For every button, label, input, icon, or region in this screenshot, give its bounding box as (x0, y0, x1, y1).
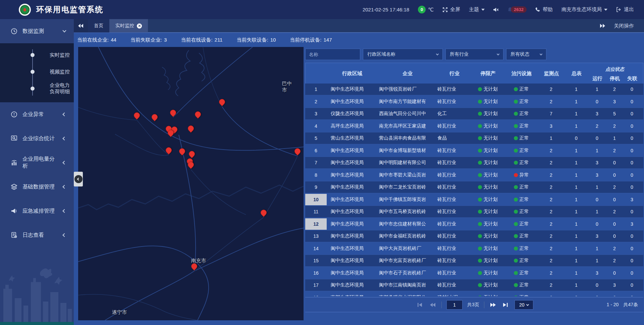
table-row[interactable]: 4 高坪生态环境局 南充市高坪区王家店建 砖瓦行业 无计划 正常 3 1 2 2… (305, 120, 643, 132)
user-dropdown[interactable]: 南充市生态环境局 (561, 6, 607, 13)
notifications-button[interactable]: 2632 (507, 6, 527, 13)
cell-meter-count: 1 (564, 206, 588, 217)
cell-region: 阆中生态环境局 (327, 194, 377, 205)
table-row[interactable]: 6 阆中生态环境局 阆中市金博瑞新型墙材 砖瓦行业 无计划 正常 2 1 1 2… (305, 145, 643, 156)
column-header-index (306, 63, 327, 84)
cell-lost-count: 0 (623, 96, 641, 107)
region-select[interactable]: 行政区域名称 (363, 49, 443, 60)
cell-monitor-count: 6 (538, 292, 564, 296)
submenu-dot (31, 53, 35, 57)
sidebar-item-basic-data[interactable]: 基础数据管理 (0, 175, 74, 199)
table-row[interactable]: 16 阆中生态环境局 阆中市石子页岩机砖厂 砖瓦行业 无计划 正常 2 1 3 … (305, 267, 643, 279)
cell-industry: 化工 (437, 108, 471, 119)
cell-meter-count: 1 (564, 96, 588, 107)
next-page-button[interactable] (489, 301, 497, 309)
cell-limit-status: 无计划 (471, 145, 504, 156)
tab-close-icon[interactable] (137, 23, 142, 29)
sidebar-item-emergency-reduction[interactable]: 应急减排管理 (0, 199, 74, 223)
status-dot (478, 136, 482, 140)
cell-industry: 砖瓦行业 (437, 194, 471, 205)
theme-dropdown[interactable]: 主题 (469, 6, 485, 13)
map-canvas[interactable]: 巴中市 南充市 遂宁市 (78, 47, 304, 320)
table-row[interactable]: 5 营山生态环境局 营山县润丰肉食品有限 食品 无计划 正常 1 0 0 1 0 (305, 132, 643, 144)
cell-company: 阆中千佛镇五郎垭页岩 (377, 194, 437, 205)
alert-circle-icon (11, 111, 17, 118)
sidebar-item-enterprise-statistics[interactable]: 企业综合统计 (0, 126, 74, 151)
table-row[interactable]: 2 阆中生态环境局 阆中市南方节能建材有 砖瓦行业 无计划 正常 2 1 0 3… (305, 96, 643, 107)
name-search-input[interactable] (305, 49, 360, 60)
temperature-unit: ℃ (428, 7, 434, 13)
cell-stopped-count: 6 (606, 292, 623, 296)
status-dot (478, 271, 482, 275)
cell-stopped-count: 3 (606, 96, 623, 107)
cell-lost-count: 0 (623, 267, 641, 279)
mute-button[interactable] (493, 7, 499, 12)
last-page-button[interactable] (502, 301, 510, 309)
sidebar-item-realtime-monitoring[interactable]: 实时监控 (0, 47, 74, 63)
cell-running-count: 0 (588, 194, 606, 205)
close-operations-dropdown[interactable]: 关闭操作 (600, 19, 644, 33)
table-row[interactable]: 11 阆中生态环境局 阆中市五马桥页岩机砖 砖瓦行业 无计划 正常 2 1 1 … (305, 206, 643, 217)
sidebar: 数据监测 实时监控 视频监控 企业电力负荷明细 企业异常 (0, 19, 74, 325)
panel-collapse-handle[interactable] (74, 172, 83, 186)
cell-company: 营山县润丰肉食品有限 (377, 132, 437, 144)
fullscreen-button[interactable]: 全屏 (442, 6, 460, 13)
sidebar-item-log-view[interactable]: 日志查看 (0, 223, 74, 247)
cell-company: 阆中市金博瑞新型墙材 (377, 145, 437, 156)
table-row[interactable]: 18 南部生态环境局 南部县砚华水泥有限公 建材(水泥 无计划 正常 6 0 0… (305, 292, 643, 296)
table-row[interactable]: 8 阆中生态环境局 阆中市枣碧大梁山页岩 砖瓦行业 无计划 异常 2 1 3 0… (305, 169, 643, 181)
cell-facility-status: 正常 (504, 157, 538, 168)
previous-page-button[interactable] (429, 301, 437, 309)
tab-home[interactable]: 首页 (88, 19, 109, 33)
chevron-down-icon (604, 9, 607, 11)
sidebar-item-enterprise-abnormal[interactable]: 企业异常 (0, 102, 74, 126)
table-row[interactable]: 3 仪陇生态环境局 西南油气田分公司川中 化工 无计划 正常 7 1 3 5 0 (305, 108, 643, 119)
city-skyline-decoration (0, 259, 74, 322)
table-row[interactable]: 13 阆中生态环境局 阆中市金福旺页岩机砖 砖瓦行业 无计划 正常 2 1 3 … (305, 230, 643, 242)
table-row[interactable]: 17 阆中生态环境局 阆中市江南镇阆南页岩 砖瓦行业 无计划 正常 2 1 0 … (305, 279, 643, 291)
table-row[interactable]: 15 阆中生态环境局 阆中市光富页岩机砖厂 砖瓦行业 无计划 正常 2 1 1 … (305, 255, 643, 266)
row-index: 12 (305, 218, 327, 230)
cell-meter-count: 1 (564, 181, 588, 193)
table-row[interactable]: 9 阆中生态环境局 阆中市二龙长宝页岩砖 砖瓦行业 无计划 正常 2 1 1 2… (305, 181, 643, 193)
status-dot (478, 295, 482, 296)
table-row[interactable]: 1 阆中生态环境局 阆中强锐页岩砖厂 砖瓦行业 无计划 正常 2 1 1 2 0 (305, 84, 643, 95)
column-header-monitor: 监测点 (538, 63, 565, 84)
table-row[interactable]: 10 阆中生态环境局 阆中千佛镇五郎垭页岩 砖瓦行业 无计划 正常 2 1 0 … (305, 194, 643, 205)
cell-region: 阆中生态环境局 (327, 267, 377, 279)
phone-icon (535, 7, 540, 12)
cell-region: 阆中生态环境局 (327, 181, 377, 193)
cell-meter-count: 1 (564, 84, 588, 95)
logout-button[interactable]: 退出 (616, 6, 634, 13)
cell-industry: 砖瓦行业 (437, 96, 471, 107)
cell-industry: 砖瓦行业 (437, 243, 471, 254)
sidebar-item-power-load-detail[interactable]: 企业电力负荷明细 (0, 80, 74, 97)
industry-select[interactable]: 所有行业 (445, 49, 503, 60)
sidebar-item-power-analysis[interactable]: 企业用电量分析 (0, 151, 74, 175)
page-number-input[interactable] (446, 300, 463, 310)
page-size-select[interactable]: 20 (515, 300, 533, 310)
table-row[interactable]: 12 阆中生态环境局 阆中市忠信建材有限公 砖瓦行业 无计划 正常 2 1 0 … (305, 218, 643, 230)
table-row[interactable]: 14 阆中生态环境局 阆中大兴页岩机砖厂 砖瓦行业 无计划 正常 2 1 1 2… (305, 243, 643, 254)
cell-company: 西南油气田分公司川中 (377, 108, 437, 119)
cell-stopped-count: 0 (606, 218, 623, 230)
cell-running-count: 3 (588, 267, 606, 279)
cell-monitor-count: 3 (538, 120, 564, 132)
help-button[interactable]: 帮助 (535, 6, 553, 13)
cell-facility-status: 正常 (504, 120, 538, 132)
cell-monitor-count: 2 (538, 279, 564, 291)
cell-monitor-count: 2 (538, 181, 564, 193)
status-select[interactable]: 所有状态 (506, 49, 546, 60)
table-row[interactable]: 7 阆中生态环境局 阆中明阳建材有限公司 砖瓦行业 无计划 正常 2 1 3 0… (305, 157, 643, 168)
first-page-button[interactable] (416, 301, 424, 309)
cell-limit-status: 无计划 (471, 267, 504, 279)
sidebar-item-data-monitoring[interactable]: 数据监测 (0, 19, 74, 43)
cell-limit-status: 无计划 (471, 279, 504, 291)
sidebar-item-video-monitoring[interactable]: 视频监控 (0, 63, 74, 80)
tab-scroll-left-button[interactable] (74, 19, 88, 33)
column-header-industry: 行业 (438, 63, 471, 84)
tab-realtime-monitoring[interactable]: 实时监控 (109, 19, 148, 33)
cell-lost-count: 0 (623, 181, 641, 193)
speaker-muted-icon (493, 7, 499, 12)
cell-meter-count: 0 (564, 292, 588, 296)
